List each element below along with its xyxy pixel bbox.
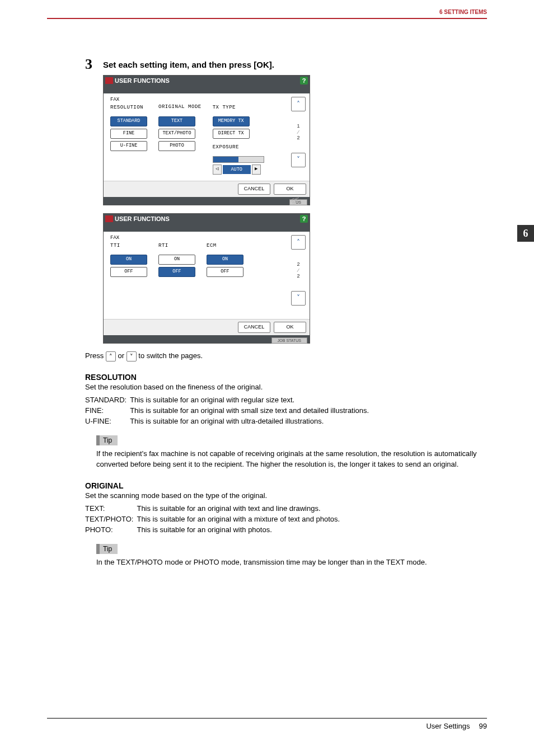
page-footer: User Settings 99 [47,718,487,730]
ok-button[interactable]: OK [274,184,306,195]
tip-label: Tip [96,435,118,445]
chevron-up-icon: ˄ [106,351,116,361]
col-title-original-mode: ORIGINAL MODE [158,105,202,115]
screenshot-panel-2: USER FUNCTIONS ? FAX TTI ON OFF RTI [103,213,310,344]
tip-text: If the recipient's fax machine is not ca… [96,449,487,470]
btn-tti-off[interactable]: OFF [110,267,147,277]
page-down-button[interactable]: ˅ [291,153,306,167]
title-icon [105,215,113,222]
step-number: 3 [85,57,101,72]
panel-title: USER FUNCTIONS [115,215,170,222]
col-title-tti: TTI [110,243,147,253]
panel-title-bar: USER FUNCTIONS ? [104,76,310,86]
header-rule [47,18,487,19]
exposure-label: EXPOSURE [213,144,264,154]
panel-title-bar: USER FUNCTIONS ? [104,214,310,224]
resolution-heading: RESOLUTION [85,373,487,382]
status-badge: JOB STATUS [271,337,307,344]
btn-ecm-off[interactable]: OFF [207,267,243,277]
page-indicator: 1⁄2 [297,123,299,141]
page-up-button[interactable]: ˄ [291,235,306,250]
footer-title: User Settings [426,722,470,730]
exposure-auto-button[interactable]: AUTO [223,165,251,174]
btn-ecm-on[interactable]: ON [207,255,243,265]
page-down-button[interactable]: ˅ [291,291,306,306]
footer-page-number: 99 [479,722,487,730]
col-title-resolution: RESOLUTION [110,105,147,115]
btn-text-photo[interactable]: TEXT/PHOTO [158,129,195,139]
col-title-tx-type: TX TYPE [213,105,264,115]
cancel-button[interactable]: CANCEL [238,184,270,195]
original-heading: ORIGINAL [85,481,487,490]
original-desc: Set the scanning mode based on the type … [85,491,487,500]
header-section: 6 SETTING ITEMS [439,9,487,15]
step-row: 3 Set each setting item, and then press … [85,57,487,72]
col-title-rti: RTI [158,243,195,253]
btn-direct-tx[interactable]: DIRECT TX [213,129,250,139]
btn-photo[interactable]: PHOTO [158,141,195,151]
screenshot-panel-1: USER FUNCTIONS ? FAX RESOLUTION STANDARD… [103,75,310,205]
resolution-tip: Tip If the recipient's fax machine is no… [96,435,487,470]
resolution-desc: Set the resolution based on the fineness… [85,383,487,391]
exposure-decrease[interactable]: ◁ [213,165,222,175]
btn-u-fine[interactable]: U-FINE [110,141,147,151]
title-icon [105,77,113,84]
original-tip: Tip In the TEXT/PHOTO mode or PHOTO mode… [96,544,487,568]
col-title-ecm: ECM [207,243,243,253]
btn-fine[interactable]: FINE [110,129,147,139]
fax-breadcrumb: FAX [110,235,284,241]
chapter-side-tab: 6 [517,225,534,242]
tip-text: In the TEXT/PHOTO mode or PHOTO mode, tr… [96,557,487,568]
step-text: Set each setting item, and then press [O… [103,57,274,72]
original-table: TEXT:This is suitable for an original wi… [85,503,343,535]
help-icon[interactable]: ? [300,215,308,223]
page-up-button[interactable]: ˄ [291,97,306,111]
btn-tti-on[interactable]: ON [110,255,147,265]
btn-text[interactable]: TEXT [158,116,195,126]
ok-button[interactable]: OK [274,322,306,333]
btn-memory-tx[interactable]: MEMORY TX [213,116,250,126]
cancel-button[interactable]: CANCEL [238,322,270,333]
resolution-table: STANDARD:This is suitable for an origina… [85,395,372,426]
btn-standard[interactable]: STANDARD [110,116,147,126]
switch-pages-note: Press ˄ or ˅ to switch the pages. [85,351,487,361]
btn-rti-off[interactable]: OFF [158,267,195,277]
fax-breadcrumb: FAX [110,97,284,102]
page-indicator: 2⁄2 [297,261,299,279]
tip-label: Tip [96,544,118,554]
btn-rti-on[interactable]: ON [158,255,195,265]
chevron-down-icon: ˅ [127,351,137,361]
panel-title: USER FUNCTIONS [115,77,170,84]
exposure-increase[interactable]: ▶ [252,165,261,175]
exposure-meter [213,156,264,163]
help-icon[interactable]: ? [300,77,308,84]
